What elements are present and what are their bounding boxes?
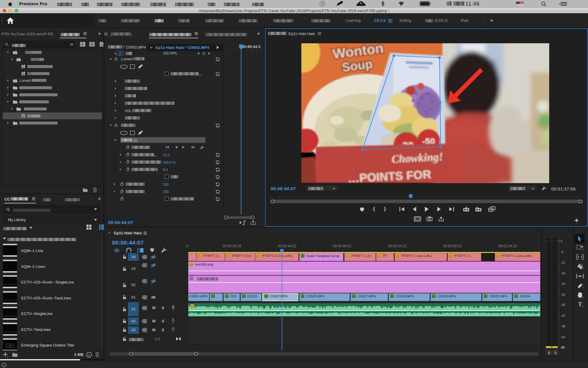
svg-text:T: T xyxy=(578,301,582,307)
svg-text:32: 32 xyxy=(90,43,94,46)
svg-text:cc: cc xyxy=(88,354,90,357)
svg-text:YU: YU xyxy=(101,43,103,46)
svg-text:cc: cc xyxy=(3,364,5,367)
